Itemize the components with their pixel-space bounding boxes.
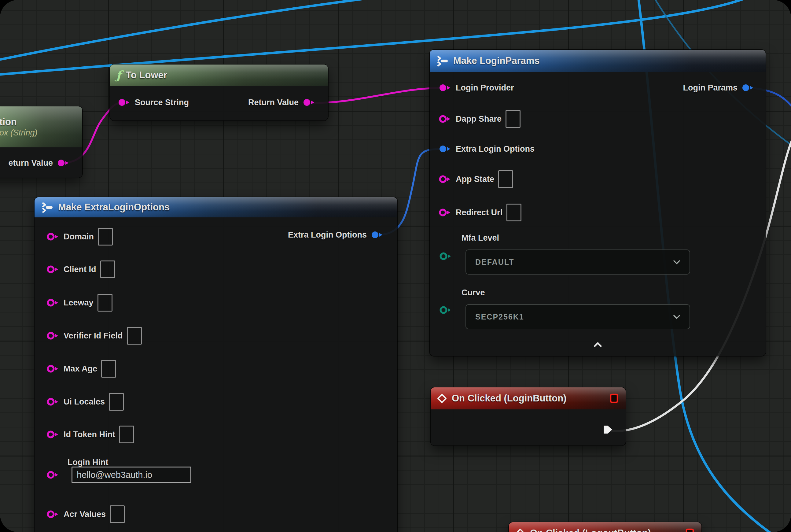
- make-struct-icon: [41, 202, 54, 213]
- pin-label-max-age: Max Age: [63, 364, 97, 374]
- pin-leeway-input[interactable]: [46, 298, 60, 307]
- pin-extra-login-options-input[interactable]: [438, 144, 452, 153]
- mfa-level-dropdown[interactable]: DEFAULT: [465, 249, 690, 274]
- pin-label-return-value: Return Value: [248, 98, 298, 107]
- event-bind-box-icon[interactable]: [686, 528, 694, 532]
- curve-dropdown[interactable]: SECP256K1: [465, 304, 690, 329]
- max-age-value-input[interactable]: [101, 360, 116, 378]
- node-params-header[interactable]: Make LoginParams: [430, 50, 766, 72]
- pin-label-source-string: Source String: [135, 98, 189, 107]
- acr-values-value-input[interactable]: [110, 506, 125, 523]
- pin-ui-locales-input[interactable]: [46, 397, 60, 406]
- pin-login-params-output[interactable]: [741, 83, 755, 92]
- node-title: On Clicked (LogoutButton): [530, 528, 651, 532]
- pin-source-string-input[interactable]: [117, 98, 131, 107]
- event-diamond-icon: [437, 393, 447, 404]
- leeway-value-input[interactable]: [97, 294, 113, 311]
- event-bind-box-icon[interactable]: [610, 394, 618, 403]
- node-text-source-header[interactable]: tion ox (String): [0, 107, 82, 147]
- pin-verifier-id-field-input[interactable]: [46, 331, 60, 340]
- node-title: To Lower: [126, 70, 167, 81]
- pin-label-login-params-out: Login Params: [683, 83, 737, 93]
- pin-mfa-level-input[interactable]: [439, 252, 452, 261]
- pin-label-domain: Domain: [63, 232, 94, 242]
- pin-label-verifier-id-field: Verifier Id Field: [63, 331, 123, 341]
- domain-value-input[interactable]: [98, 228, 113, 246]
- function-f-icon: ƒ: [116, 70, 121, 81]
- pin-label-extra-login-options: Extra Login Options: [456, 144, 535, 154]
- node-make-extra-login-options[interactable]: Make ExtraLoginOptions Extra Login Optio…: [35, 197, 397, 532]
- pin-id-token-hint-input[interactable]: [46, 430, 60, 439]
- node-logout-event-header[interactable]: On Clicked (LogoutButton): [509, 522, 701, 532]
- pin-curve-input[interactable]: [439, 305, 452, 315]
- ui-locales-value-input[interactable]: [109, 393, 124, 411]
- pin-login-provider-input[interactable]: [438, 83, 452, 92]
- pin-label-id-token-hint: Id Token Hint: [63, 430, 115, 439]
- pin-label-redirect-url: Redirect Url: [456, 208, 502, 217]
- pin-acr-values-input[interactable]: [46, 510, 60, 519]
- client-id-value-input[interactable]: [100, 261, 115, 278]
- collapse-node-chevron[interactable]: [594, 342, 602, 347]
- pin-redirect-url-input[interactable]: [438, 208, 452, 217]
- event-diamond-icon: [515, 528, 525, 532]
- node-title: Make ExtraLoginOptions: [58, 202, 170, 213]
- node-extra-header[interactable]: Make ExtraLoginOptions: [35, 197, 397, 217]
- node-on-clicked-login-button[interactable]: On Clicked (LoginButton): [431, 387, 626, 445]
- id-token-hint-value-input[interactable]: [119, 425, 134, 443]
- chevron-down-icon: [673, 315, 680, 319]
- node-text-source-partial[interactable]: tion ox (String) eturn Value: [0, 107, 82, 178]
- pin-login-hint-input[interactable]: [46, 470, 60, 479]
- node-title: Make LoginParams: [453, 55, 540, 66]
- dapp-share-value-input[interactable]: [505, 110, 521, 128]
- curve-label: Curve: [462, 288, 485, 298]
- pin-return-value-output[interactable]: [302, 98, 316, 107]
- node-to-lower[interactable]: ƒ To Lower Source String Return Value: [110, 64, 328, 120]
- pin-client-id-input[interactable]: [46, 265, 60, 274]
- app-state-value-input[interactable]: [498, 170, 513, 188]
- make-struct-icon: [436, 55, 449, 66]
- node-make-login-params[interactable]: Make LoginParams Login Provider Login Pa…: [430, 50, 766, 356]
- pin-max-age-input[interactable]: [46, 364, 60, 373]
- verifier-id-field-value-input[interactable]: [127, 327, 142, 345]
- node-title: On Clicked (LoginButton): [452, 393, 566, 404]
- blueprint-graph-canvas[interactable]: tion ox (String) eturn Value ƒ To Lower …: [0, 0, 791, 532]
- mfa-level-value: DEFAULT: [475, 258, 514, 267]
- chevron-down-icon: [673, 260, 680, 264]
- pin-domain-input[interactable]: [46, 232, 60, 241]
- pin-dapp-share-input[interactable]: [438, 114, 452, 124]
- node-subtitle: ox (String): [0, 128, 38, 138]
- pin-label-client-id: Client Id: [63, 265, 96, 274]
- pin-label-dapp-share: Dapp Share: [456, 114, 502, 124]
- wire-cyan-top-a[interactable]: [0, 0, 369, 60]
- pin-label-login-provider: Login Provider: [456, 83, 514, 93]
- pin-label-acr-values: Acr Values: [63, 510, 106, 519]
- curve-value: SECP256K1: [475, 312, 524, 321]
- pin-label-ui-locales: Ui Locales: [63, 397, 105, 407]
- pin-label-app-state: App State: [456, 175, 494, 184]
- node-to-lower-header[interactable]: ƒ To Lower: [110, 64, 328, 86]
- login-hint-value-input[interactable]: hello@web3auth.io: [72, 467, 191, 483]
- pin-label-leeway: Leeway: [63, 298, 94, 308]
- pin-return-value-output[interactable]: [57, 158, 70, 168]
- pin-extra-login-options-output[interactable]: [370, 230, 384, 240]
- node-login-event-header[interactable]: On Clicked (LoginButton): [431, 387, 626, 410]
- node-on-clicked-logout-button[interactable]: On Clicked (LogoutButton): [509, 522, 701, 532]
- node-title: tion: [0, 116, 17, 128]
- pin-label-return-value: eturn Value: [8, 158, 53, 168]
- mfa-level-label: Mfa Level: [462, 233, 499, 243]
- pin-app-state-input[interactable]: [438, 175, 452, 184]
- exec-output-pin[interactable]: [603, 425, 613, 434]
- wire-magenta-tolower-to-provider[interactable]: [309, 88, 438, 103]
- redirect-url-value-input[interactable]: [506, 204, 521, 221]
- pin-label-extra-login-options-out: Extra Login Options: [288, 230, 367, 240]
